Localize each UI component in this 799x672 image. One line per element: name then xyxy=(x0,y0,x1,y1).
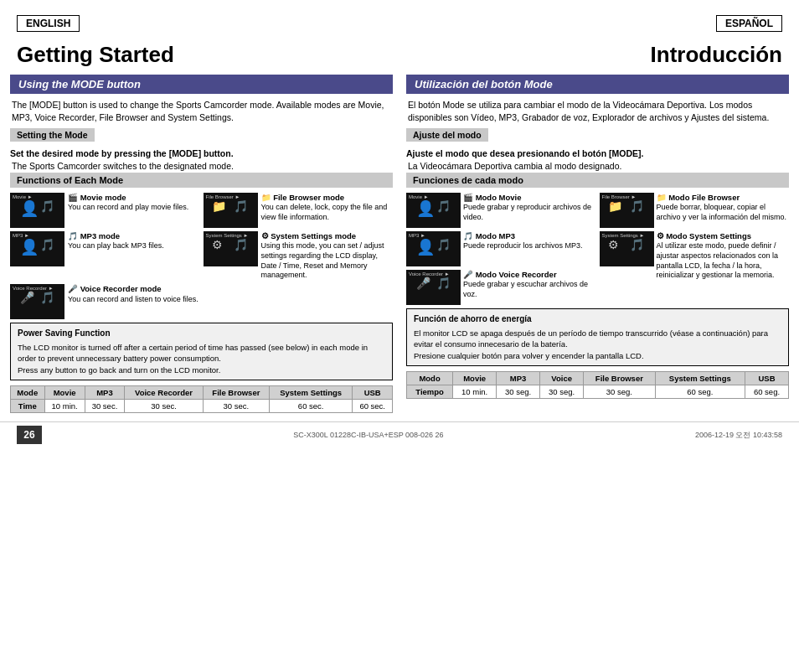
en-mode-filebrowser: File Browser ► 📁 🎵 📁 File Browser mode Y… xyxy=(204,193,394,228)
es-subsection1-body: La Videocámara Deportiva cambia al modo … xyxy=(406,161,623,171)
es-subsection1-header: Ajuste del modo xyxy=(406,128,488,142)
es-icon-filebrowser: File Browser ► 📁 🎵 xyxy=(600,193,654,228)
en-power-title: Power Saving Function xyxy=(18,328,385,339)
es-section2-header: Funciones de cada modo xyxy=(406,173,789,188)
es-right-modes: File Browser ► 📁 🎵 📁 Modo File Browser P… xyxy=(600,193,790,305)
en-icon-voice: Voice Recorder ► 🎤 🎵 xyxy=(10,284,64,319)
es-icon-mp3: MP3 ► 👤 🎵 xyxy=(406,231,461,266)
en-table-header-file: File Browser xyxy=(203,386,269,400)
es-table-header-voice: Voice xyxy=(540,371,584,385)
es-mode-filebrowser-info: 📁 Modo File Browser Puede borrar, bloque… xyxy=(657,193,790,223)
es-table-header-movie: Movie xyxy=(453,371,497,385)
es-left-modes: Movie ► 👤 🎵 🎬 Modo Movie Puede grabar y … xyxy=(406,193,596,305)
es-table-header-file: File Browser xyxy=(584,371,655,385)
en-mode-movie: Movie ► 👤 🎵 🎬 Movie mode You can record … xyxy=(10,193,200,228)
es-mode-voice-info: 🎤 Modo Voice Recorder Puede grabar y esc… xyxy=(463,270,596,300)
en-power-body: The LCD monitor is turned off after a ce… xyxy=(18,342,385,375)
en-table-file-time: 30 sec. xyxy=(203,400,269,413)
es-table-system-time: 60 seg. xyxy=(655,385,745,398)
en-mode-movie-info: 🎬 Movie mode You can record and play mov… xyxy=(68,193,200,213)
es-table-file-time: 30 seg. xyxy=(584,385,655,398)
two-col: Using the MODE button The [MODE] button … xyxy=(0,75,799,418)
col-en: Using the MODE button The [MODE] button … xyxy=(10,75,400,418)
es-table-header-modo: Modo xyxy=(407,371,453,385)
page-number: 26 xyxy=(17,426,42,444)
col-es: Utilización del botón Mode El botón Mode… xyxy=(400,75,789,418)
es-table-movie-time: 10 min. xyxy=(453,385,497,398)
es-table-row-label: Tiempo xyxy=(407,385,453,398)
en-section1-body: The [MODE] button is used to change the … xyxy=(10,99,393,123)
en-subsection1-header: Setting the Mode xyxy=(10,128,95,142)
es-power-title: Función de ahorro de energía xyxy=(414,313,781,325)
es-mode-movie: Movie ► 👤 🎵 🎬 Modo Movie Puede grabar y … xyxy=(406,193,596,228)
en-table-header-movie: Movie xyxy=(44,386,85,400)
en-section2-header: Functions of Each Mode xyxy=(10,173,393,188)
es-mode-filebrowser: File Browser ► 📁 🎵 📁 Modo File Browser P… xyxy=(600,193,790,228)
page-footer: 26 SC-X300L 01228C-IB-USA+ESP 008-026 26… xyxy=(0,421,799,447)
page-container: ENGLISH ESPAÑOL Getting Started Introduc… xyxy=(0,0,799,473)
en-table-header-system: System Settings xyxy=(269,386,352,400)
en-mode-voice: Voice Recorder ► 🎤 🎵 🎤 Voice Recorder mo… xyxy=(10,284,200,319)
en-table-row-label: Time xyxy=(11,400,45,413)
en-table-voice-time: 30 sec. xyxy=(125,400,204,413)
titles-row: Getting Started Introducción xyxy=(0,42,799,68)
es-mode-sysset: System Settings ► ⚙ 🎵 ⚙ Modo System Sett… xyxy=(600,231,790,281)
footer-file-info: SC-X300L 01228C-IB-USA+ESP 008-026 26 xyxy=(293,431,443,439)
en-mode-sysset-info: ⚙ System Settings mode Using this mode, … xyxy=(261,231,394,281)
es-mode-table: Modo Movie MP3 Voice File Browser System… xyxy=(406,371,789,399)
es-table-voice-time: 30 seg. xyxy=(540,385,584,398)
en-mode-mp3-info: 🎵 MP3 mode You can play back MP3 files. xyxy=(68,231,200,251)
en-table-header-voice: Voice Recorder xyxy=(125,386,204,400)
en-table-system-time: 60 sec. xyxy=(269,400,352,413)
main-title-en: Getting Started xyxy=(17,42,174,68)
en-subsection1-bold: Set the desired mode by pressing the [MO… xyxy=(10,148,393,158)
en-icon-filebrowser: File Browser ► 📁 🎵 xyxy=(204,193,258,228)
en-icon-movie: Movie ► 👤 🎵 xyxy=(10,193,64,228)
es-table-header-usb: USB xyxy=(745,371,788,385)
es-mode-mp3: MP3 ► 👤 🎵 🎵 Modo MP3 Puede reproducir lo… xyxy=(406,231,596,266)
en-section1-header: Using the MODE button xyxy=(10,75,393,94)
es-mode-mp3-info: 🎵 Modo MP3 Puede reproducir los archivos… xyxy=(463,231,583,251)
es-section1-header: Utilización del botón Mode xyxy=(406,75,789,94)
main-title-es: Introducción xyxy=(651,42,782,68)
en-table-usb-time: 60 sec. xyxy=(353,400,393,413)
en-table-header-mode: Mode xyxy=(11,386,45,400)
en-table-header-usb: USB xyxy=(353,386,393,400)
es-mode-movie-info: 🎬 Modo Movie Puede grabar y reproducir a… xyxy=(463,193,596,223)
lang-label-en: ENGLISH xyxy=(17,15,80,32)
footer-date-info: 2006-12-19 오전 10:43:58 xyxy=(695,430,782,441)
es-mode-sysset-info: ⚙ Modo System Settings Al utilizar este … xyxy=(657,231,790,281)
es-icon-sysset: System Settings ► ⚙ 🎵 xyxy=(600,231,654,266)
es-power-box: Función de ahorro de energía El monitor … xyxy=(406,308,789,366)
en-subsection1-body: The Sports Camcorder switches to the des… xyxy=(10,161,235,171)
es-icon-voice: Voice Recorder ► 🎤 🎵 xyxy=(406,270,461,305)
en-mode-table: Mode Movie MP3 Voice Recorder File Brows… xyxy=(10,385,393,413)
es-power-body: El monitor LCD se apaga después de un pe… xyxy=(414,328,781,361)
es-icon-movie: Movie ► 👤 🎵 xyxy=(406,193,461,228)
es-table-header-system: System Settings xyxy=(655,371,745,385)
en-table-movie-time: 10 min. xyxy=(44,400,85,413)
en-mode-mp3: MP3 ► 👤 🎵 🎵 MP3 mode You can play back M… xyxy=(10,231,200,281)
es-subsection1-bold: Ajuste el modo que desea presionando el … xyxy=(406,148,789,158)
lang-label-es: ESPAÑOL xyxy=(716,15,782,32)
en-mode-filebrowser-info: 📁 File Browser mode You can delete, lock… xyxy=(261,193,394,223)
en-icon-mp3: MP3 ► 👤 🎵 xyxy=(10,231,64,266)
es-table-mp3-time: 30 seg. xyxy=(497,385,540,398)
en-mode-voice-info: 🎤 Voice Recorder mode You can record and… xyxy=(68,284,200,304)
es-mode-voice: Voice Recorder ► 🎤 🎵 🎤 Modo Voice Record… xyxy=(406,270,596,305)
en-mode-sysset: System Settings ► ⚙ 🎵 ⚙ System Settings … xyxy=(204,231,394,281)
lang-header: ENGLISH ESPAÑOL xyxy=(0,8,799,39)
en-power-box: Power Saving Function The LCD monitor is… xyxy=(10,323,393,380)
es-table-usb-time: 60 seg. xyxy=(745,385,788,398)
es-section1-body: El botón Mode se utiliza para cambiar el… xyxy=(406,99,789,123)
es-table-header-mp3: MP3 xyxy=(497,371,540,385)
en-icon-sysset: System Settings ► ⚙ 🎵 xyxy=(204,231,258,266)
en-table-mp3-time: 30 sec. xyxy=(85,400,125,413)
en-table-header-mp3: MP3 xyxy=(85,386,125,400)
